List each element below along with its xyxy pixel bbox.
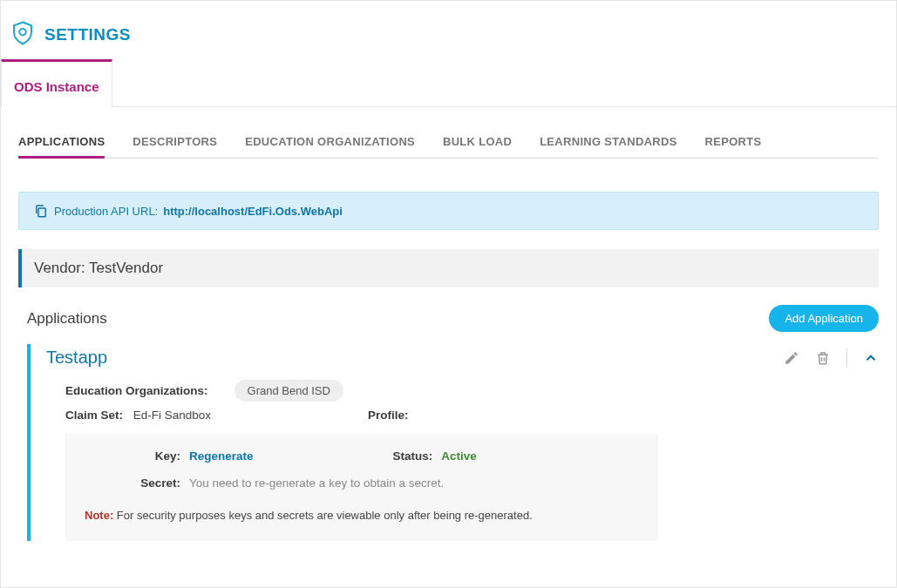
shield-icon [10, 20, 36, 49]
vendor-name: TestVendor [89, 260, 163, 276]
vendor-label: Vendor: [34, 260, 85, 276]
status-label: Status: [393, 449, 433, 463]
application-actions [784, 348, 879, 368]
tab-ods-instance[interactable]: ODS Instance [1, 59, 112, 107]
regenerate-link[interactable]: Regenerate [189, 449, 254, 463]
content-area: APPLICATIONS DESCRIPTORS EDUCATION ORGAN… [1, 107, 896, 551]
application-details: Education Organizations: Grand Bend ISD … [31, 368, 879, 541]
application-card-header: Testapp [31, 348, 879, 368]
claimset-label: Claim Set: [65, 409, 123, 422]
main-tabs: ODS Instance [1, 59, 896, 107]
application-name: Testapp [46, 348, 107, 368]
subtab-bulk-load[interactable]: BULK LOAD [443, 126, 512, 156]
application-card: Testapp Education Organizations: Grand B… [27, 344, 879, 541]
claimset-value: Ed-Fi Sandbox [133, 409, 211, 422]
profile-label: Profile: [368, 409, 409, 422]
vendor-bar: Vendor: TestVendor [18, 249, 879, 287]
delete-icon[interactable] [815, 350, 831, 366]
applications-heading: Applications [18, 310, 107, 328]
subtab-descriptors[interactable]: DESCRIPTORS [133, 126, 217, 156]
secret-label: Secret: [85, 476, 189, 490]
note-text: For security purposes keys and secrets a… [117, 509, 533, 522]
sub-tabs: APPLICATIONS DESCRIPTORS EDUCATION ORGAN… [18, 126, 879, 159]
collapse-icon[interactable] [863, 350, 879, 366]
add-application-button[interactable]: Add Application [769, 305, 879, 332]
api-url-link[interactable]: http://localhost/EdFi.Ods.WebApi [163, 205, 343, 218]
edorg-pill: Grand Bend ISD [234, 380, 343, 402]
svg-rect-1 [38, 208, 45, 217]
api-url-banner: Production API URL: http://localhost/EdF… [18, 192, 879, 230]
page-header: SETTINGS [1, 1, 896, 59]
subtab-applications[interactable]: APPLICATIONS [18, 126, 105, 159]
subtab-education-organizations[interactable]: EDUCATION ORGANIZATIONS [245, 126, 415, 156]
edit-icon[interactable] [784, 350, 799, 366]
action-divider [846, 348, 847, 368]
page-title: SETTINGS [44, 25, 131, 44]
status-value: Active [441, 449, 477, 463]
subtab-learning-standards[interactable]: LEARNING STANDARDS [540, 126, 677, 156]
edorg-label: Education Organizations: [65, 384, 208, 397]
credentials-block: Key: Regenerate Status: Active Secret: Y… [65, 434, 658, 541]
secret-message: You need to re-generate a key to obtain … [189, 476, 444, 490]
copy-icon[interactable] [33, 203, 49, 219]
subtab-reports[interactable]: REPORTS [705, 126, 762, 156]
applications-header: Applications Add Application [18, 305, 879, 332]
svg-point-0 [19, 29, 26, 36]
api-url-label: Production API URL: [54, 205, 158, 218]
key-label: Key: [85, 449, 189, 463]
note-label: Note: [85, 509, 113, 522]
